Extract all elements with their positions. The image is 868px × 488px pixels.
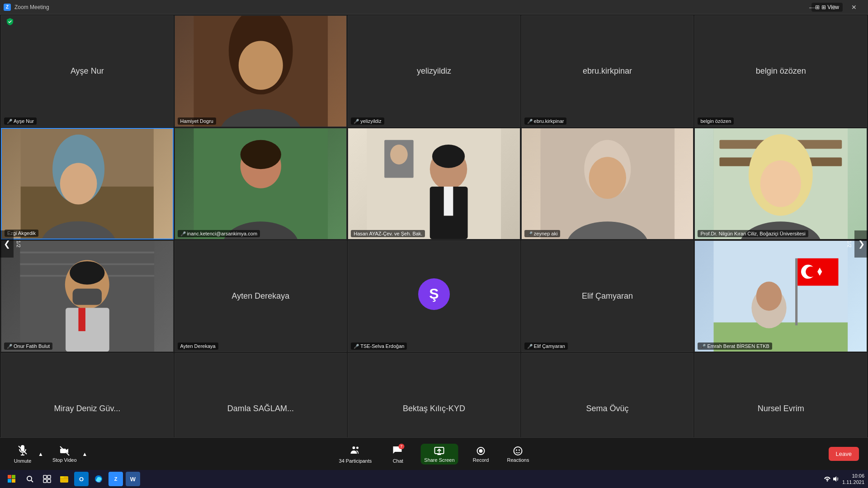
record-button[interactable]: Record — [467, 444, 495, 465]
svg-point-29 — [760, 160, 801, 207]
volume-icon — [832, 476, 839, 482]
record-icon — [476, 446, 486, 456]
participant-tile[interactable]: Hamiyet Dogru — [175, 15, 347, 127]
name-text: ebru.kirkpinar — [534, 118, 564, 124]
close-button[interactable]: ✕ — [844, 0, 864, 14]
video-content — [522, 128, 693, 239]
svg-point-55 — [356, 446, 359, 449]
participant-tile[interactable]: Hasan AYAZ-Çev. ve Şeh. Bak. — [348, 128, 520, 239]
next-page-button[interactable]: ❯ — [854, 230, 868, 258]
leave-button[interactable]: Leave — [829, 447, 859, 461]
edge-button[interactable] — [91, 472, 106, 486]
participant-tile[interactable]: Ayşe Nur 🎤 Ayşe Nur — [1, 15, 174, 127]
svg-line-68 — [31, 480, 33, 482]
reactions-button[interactable]: Reactions — [504, 444, 533, 465]
mic-icon: 🎤 — [700, 344, 706, 349]
share-screen-icon — [434, 446, 445, 456]
svg-rect-63 — [8, 475, 11, 479]
view-button[interactable]: ⊞ ⊞ View — [811, 3, 843, 12]
participant-display-name: Miray Deniz Güv... — [49, 404, 125, 413]
task-view-button[interactable] — [40, 472, 54, 486]
participant-tile[interactable]: 🎤 zeynep aki — [521, 128, 694, 239]
svg-rect-66 — [12, 479, 15, 483]
name-label: Hasan AYAZ-Çev. ve Şeh. Bak. — [351, 230, 425, 237]
toolbar: Unmute ▲ Stop Video ▲ — [0, 437, 868, 470]
reactions-label: Reactions — [507, 457, 529, 463]
participant-display-name: Sema Övüç — [582, 404, 633, 413]
video-content — [695, 241, 867, 352]
name-text: Onur Fatih Bulut — [14, 343, 50, 349]
participants-label: 34 Participants — [339, 458, 372, 464]
file-explorer-icon — [60, 474, 69, 483]
participant-tile[interactable]: belgin özözen belgin özözen — [694, 15, 867, 127]
svg-rect-65 — [8, 479, 11, 483]
name-text: Emrah Berat BİRSEN ETKB — [707, 343, 769, 349]
svg-rect-39 — [78, 308, 85, 331]
name-label: Ayten Derekaya — [178, 343, 218, 350]
chat-button[interactable]: 7 Chat — [384, 443, 411, 465]
video-caret[interactable]: ▲ — [81, 451, 89, 457]
svg-point-45 — [806, 267, 816, 277]
outlook-icon: O — [79, 476, 84, 483]
participant-tile[interactable]: 🎤 Onur Fatih Bulut — [1, 240, 174, 352]
participant-display-name: Damla SAĞLAM... — [223, 404, 298, 413]
participant-tile[interactable]: ebru.kirkpinar 🎤 ebru.kirkpinar — [521, 15, 694, 127]
svg-rect-42 — [795, 258, 797, 325]
task-view-icon — [43, 475, 51, 483]
share-screen-button[interactable]: Share Screen — [420, 444, 458, 465]
taskbar-clock: 10:06 1.11.2021 — [842, 473, 864, 486]
record-label: Record — [473, 457, 489, 463]
participant-display-name: ebru.kirkpinar — [578, 66, 637, 76]
page-indicator-left: 1/2 — [16, 240, 21, 247]
participant-display-name: Ayten Derekaya — [227, 291, 294, 301]
chat-label: Chat — [393, 458, 403, 464]
stop-video-button[interactable]: Stop Video — [49, 444, 80, 465]
participant-tile[interactable]: Ş 🎤 TSE-Selva Erdoğan — [348, 240, 520, 352]
stop-video-label: Stop Video — [52, 457, 77, 463]
time-display: 10:06 — [842, 473, 864, 479]
svg-point-48 — [756, 282, 782, 310]
outlook-button[interactable]: O — [74, 472, 89, 486]
video-content — [2, 129, 173, 239]
name-label: Prof.Dr. Nilgün Kıran Ciliz, Boğaziçi Ün… — [698, 230, 808, 237]
system-tray — [824, 476, 839, 482]
svg-rect-36 — [73, 289, 102, 305]
name-label: 🎤 Elif Çamyaran — [524, 343, 568, 350]
participants-button[interactable]: 34 Participants — [335, 443, 376, 465]
video-icon — [59, 446, 70, 456]
title-bar-left: Z Zoom Meeting — [4, 4, 49, 11]
video-content — [348, 128, 520, 239]
video-content — [695, 128, 867, 239]
unmute-button[interactable]: Unmute — [9, 443, 36, 465]
svg-rect-71 — [43, 479, 47, 483]
windows-logo-icon — [8, 475, 16, 483]
participant-tile[interactable]: Elif Çamyaran 🎤 Elif Çamyaran — [521, 240, 694, 352]
zoom-taskbar-button[interactable]: Z — [108, 472, 123, 486]
name-text: inanc.ketenci@arsankimya.com — [187, 231, 257, 236]
mic-icon: 🎤 — [7, 344, 12, 349]
svg-point-54 — [353, 446, 355, 449]
participant-tile[interactable]: 🎤 Emrah Berat BİRSEN ETKB — [694, 240, 867, 352]
word-button[interactable]: W — [126, 472, 140, 486]
toolbar-left: Unmute ▲ Stop Video ▲ — [9, 443, 88, 465]
prev-page-button[interactable]: ❮ — [0, 230, 14, 258]
reactions-icon — [513, 446, 524, 456]
search-icon — [26, 475, 34, 483]
participant-tile[interactable]: yelizyildiz 🎤 yelizyildiz — [348, 15, 520, 127]
participant-tile[interactable]: Prof.Dr. Nilgün Kıran Ciliz, Boğaziçi Ün… — [694, 128, 867, 239]
svg-point-62 — [519, 449, 520, 450]
file-explorer-button[interactable] — [57, 472, 71, 486]
svg-rect-70 — [47, 475, 51, 479]
participant-display-name: Nursel Evrim — [753, 404, 809, 413]
name-label: 🎤 inanc.ketenci@arsankimya.com — [178, 230, 260, 237]
name-text: TSE-Selva Erdoğan — [360, 343, 404, 349]
svg-point-76 — [827, 480, 828, 482]
participant-tile[interactable]: Ayten Derekaya Ayten Derekaya — [175, 240, 347, 352]
start-button[interactable] — [4, 471, 20, 487]
unmute-caret[interactable]: ▲ — [37, 451, 44, 457]
search-button[interactable] — [23, 472, 37, 486]
participant-tile[interactable]: Ezgi Akgedik — [1, 128, 174, 239]
word-icon: W — [130, 476, 136, 483]
participant-tile[interactable]: 🎤 inanc.ketenci@arsankimya.com — [175, 128, 347, 239]
participant-display-name: Ayşe Nur — [66, 66, 108, 76]
